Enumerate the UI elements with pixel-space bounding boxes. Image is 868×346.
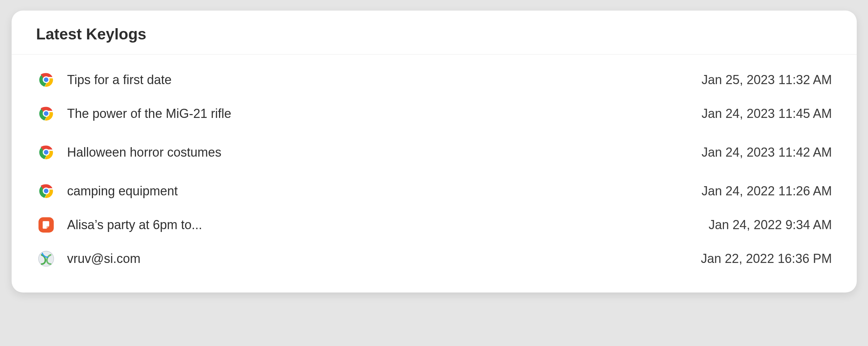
keylog-text: Halloween horror costumes: [67, 145, 702, 160]
svg-point-2: [44, 78, 48, 82]
chrome-icon: [36, 104, 56, 124]
list-item[interactable]: Halloween horror costumes Jan 24, 2023 1…: [36, 136, 832, 169]
keylog-time: Jan 24, 2022 9:34 AM: [708, 218, 832, 232]
list-item[interactable]: camping equipment Jan 24, 2022 11:26 AM: [36, 174, 832, 208]
keylog-text: The power of the MiG-21 rifle: [67, 106, 702, 121]
keylog-text: Alisa’s party at 6pm to...: [67, 218, 709, 232]
keylog-text: camping equipment: [67, 184, 702, 199]
keylog-time: Jan 24, 2023 11:42 AM: [701, 145, 832, 160]
chrome-icon: [36, 143, 56, 162]
list-item[interactable]: The power of the MiG-21 rifle Jan 24, 20…: [36, 97, 832, 131]
keylog-time: Jan 22, 2022 16:36 PM: [701, 251, 832, 266]
keylog-text: Tips for a first date: [67, 73, 702, 87]
keylog-time: Jan 25, 2023 11:32 AM: [701, 73, 832, 87]
keylog-time: Jan 24, 2022 11:26 AM: [701, 184, 832, 199]
chrome-icon: [36, 181, 56, 201]
list-item[interactable]: Tips for a first date Jan 25, 2023 11:32…: [36, 63, 832, 97]
card-header: Latest Keylogs: [12, 11, 857, 55]
globe-app-icon: [36, 249, 56, 269]
list-item[interactable]: vruv@si.com Jan 22, 2022 16:36 PM: [36, 242, 832, 276]
keylogs-list: Tips for a first date Jan 25, 2023 11:32…: [12, 55, 857, 292]
note-app-icon: [36, 215, 56, 235]
keylog-text: vruv@si.com: [67, 251, 701, 266]
keylog-time: Jan 24, 2023 11:45 AM: [701, 106, 832, 121]
list-item[interactable]: Alisa’s party at 6pm to... Jan 24, 2022 …: [36, 208, 832, 242]
keylogs-card: Latest Keylogs Tips for a first date Jan…: [12, 11, 857, 292]
chrome-icon: [36, 70, 56, 90]
card-title: Latest Keylogs: [36, 25, 832, 43]
